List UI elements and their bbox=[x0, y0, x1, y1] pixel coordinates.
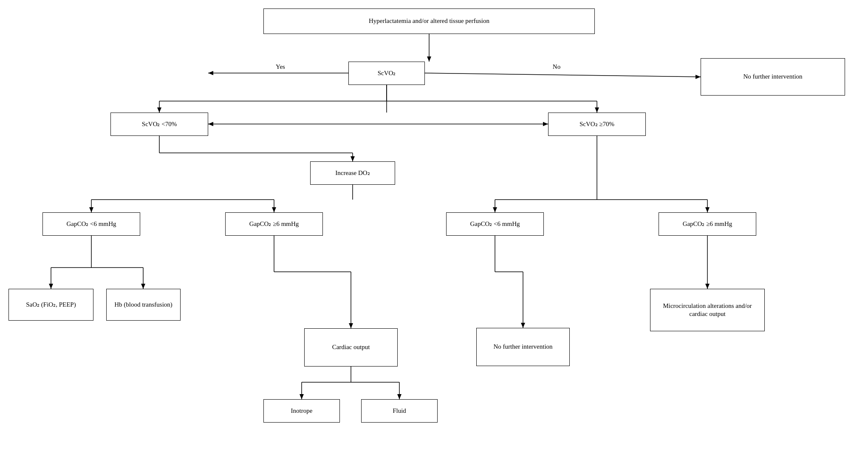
top-box: Hyperlactatemia and/or altered tissue pe… bbox=[263, 8, 595, 34]
fluid-label: Fluid bbox=[393, 407, 406, 415]
svg-marker-51 bbox=[300, 394, 304, 399]
svg-marker-37 bbox=[141, 284, 145, 289]
svg-marker-29 bbox=[493, 207, 497, 212]
scvo2-high-box: ScVO₂ ≥70% bbox=[548, 113, 646, 136]
flowchart-diagram: Yes No bbox=[0, 0, 868, 454]
svg-line-4 bbox=[425, 73, 701, 77]
gap-high-right-label: GapCO₂ ≥6 mmHg bbox=[683, 220, 732, 228]
inotrope-label: Inotrope bbox=[291, 407, 313, 415]
no-further-mid-box: No further intervention bbox=[476, 328, 570, 366]
gap-high-right-box: GapCO₂ ≥6 mmHg bbox=[659, 212, 756, 236]
svg-marker-15 bbox=[543, 122, 548, 126]
sao2-box: SaO₂ (FiO₂, PEEP) bbox=[8, 289, 93, 321]
microcirculation-label: Microcirculation alterations and/or card… bbox=[655, 302, 760, 319]
svg-marker-35 bbox=[49, 284, 53, 289]
svg-marker-3 bbox=[208, 71, 213, 75]
hb-label: Hb (blood transfusion) bbox=[114, 301, 172, 309]
microcirculation-box: Microcirculation alterations and/or card… bbox=[650, 289, 765, 331]
top-label: Hyperlactatemia and/or altered tissue pe… bbox=[369, 17, 489, 25]
svg-marker-10 bbox=[157, 107, 161, 113]
svg-marker-25 bbox=[272, 207, 276, 212]
gap-low-left-box: GapCO₂ <6 mmHg bbox=[42, 212, 140, 236]
yes-label: Yes bbox=[276, 63, 285, 70]
sao2-label: SaO₂ (FiO₂, PEEP) bbox=[26, 301, 76, 309]
gap-high-left-label: GapCO₂ ≥6 mmHg bbox=[249, 220, 299, 228]
scvo2-box: ScVO₂ bbox=[348, 62, 425, 85]
no-label: No bbox=[553, 63, 560, 70]
scvo2-high-label: ScVO₂ ≥70% bbox=[580, 120, 614, 129]
scvo2-low-label: ScVO₂ <70% bbox=[142, 120, 177, 129]
cardiac-output-label: Cardiac output bbox=[332, 343, 370, 352]
svg-marker-12 bbox=[595, 107, 599, 113]
scvo2-label: ScVO₂ bbox=[378, 69, 396, 78]
no-further-mid-label: No further intervention bbox=[493, 343, 552, 351]
increase-do2-box: Increase DO₂ bbox=[310, 161, 395, 185]
gap-low-right-label: GapCO₂ <6 mmHg bbox=[470, 220, 520, 228]
fluid-box: Fluid bbox=[361, 399, 438, 423]
gap-low-left-label: GapCO₂ <6 mmHg bbox=[67, 220, 116, 228]
scvo2-low-box: ScVO₂ <70% bbox=[110, 113, 208, 136]
svg-marker-23 bbox=[89, 207, 93, 212]
hb-box: Hb (blood transfusion) bbox=[106, 289, 181, 321]
svg-marker-1 bbox=[427, 56, 431, 62]
cardiac-output-box: Cardiac output bbox=[304, 328, 398, 367]
svg-marker-19 bbox=[351, 156, 355, 161]
svg-marker-53 bbox=[397, 394, 401, 399]
svg-marker-5 bbox=[696, 75, 701, 79]
gap-low-right-box: GapCO₂ <6 mmHg bbox=[446, 212, 544, 236]
no-further-top-box: No further intervention bbox=[701, 58, 845, 96]
svg-marker-41 bbox=[349, 323, 353, 328]
svg-marker-14 bbox=[208, 122, 213, 126]
svg-marker-31 bbox=[705, 207, 710, 212]
gap-high-left-box: GapCO₂ ≥6 mmHg bbox=[225, 212, 323, 236]
svg-marker-45 bbox=[521, 323, 525, 328]
svg-marker-47 bbox=[705, 284, 710, 289]
increase-do2-label: Increase DO₂ bbox=[335, 169, 370, 178]
no-further-top-label: No further intervention bbox=[743, 73, 802, 81]
inotrope-box: Inotrope bbox=[263, 399, 340, 423]
